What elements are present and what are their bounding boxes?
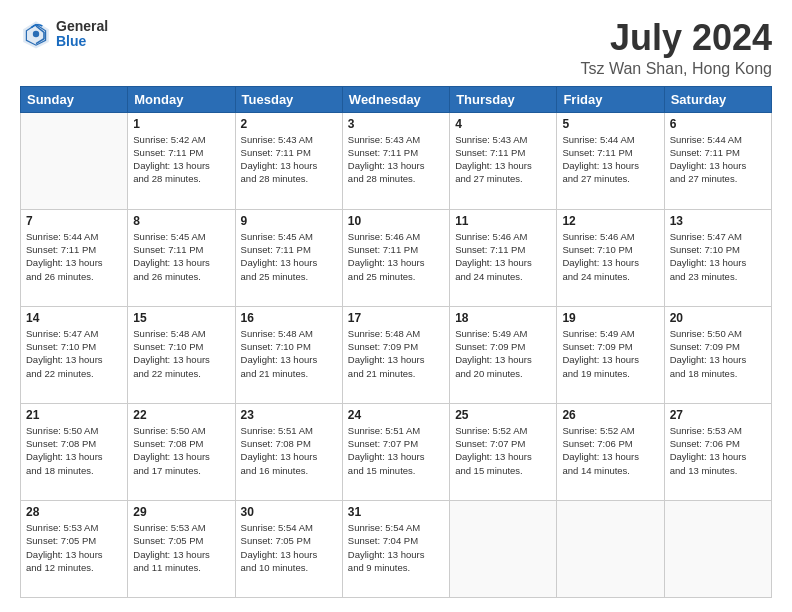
calendar-cell: 25Sunrise: 5:52 AM Sunset: 7:07 PM Dayli… <box>450 403 557 500</box>
calendar-cell: 13Sunrise: 5:47 AM Sunset: 7:10 PM Dayli… <box>664 209 771 306</box>
day-number: 22 <box>133 408 229 422</box>
day-info: Sunrise: 5:48 AM Sunset: 7:09 PM Dayligh… <box>348 327 444 380</box>
calendar-cell: 31Sunrise: 5:54 AM Sunset: 7:04 PM Dayli… <box>342 500 449 597</box>
day-info: Sunrise: 5:53 AM Sunset: 7:06 PM Dayligh… <box>670 424 766 477</box>
calendar-cell <box>557 500 664 597</box>
header-thursday: Thursday <box>450 86 557 112</box>
day-info: Sunrise: 5:52 AM Sunset: 7:07 PM Dayligh… <box>455 424 551 477</box>
day-info: Sunrise: 5:45 AM Sunset: 7:11 PM Dayligh… <box>241 230 337 283</box>
calendar-cell: 10Sunrise: 5:46 AM Sunset: 7:11 PM Dayli… <box>342 209 449 306</box>
day-number: 23 <box>241 408 337 422</box>
calendar-cell: 4Sunrise: 5:43 AM Sunset: 7:11 PM Daylig… <box>450 112 557 209</box>
day-info: Sunrise: 5:49 AM Sunset: 7:09 PM Dayligh… <box>562 327 658 380</box>
header-tuesday: Tuesday <box>235 86 342 112</box>
day-info: Sunrise: 5:47 AM Sunset: 7:10 PM Dayligh… <box>670 230 766 283</box>
day-number: 6 <box>670 117 766 131</box>
week-row-4: 21Sunrise: 5:50 AM Sunset: 7:08 PM Dayli… <box>21 403 772 500</box>
day-number: 8 <box>133 214 229 228</box>
day-info: Sunrise: 5:50 AM Sunset: 7:09 PM Dayligh… <box>670 327 766 380</box>
day-number: 1 <box>133 117 229 131</box>
logo-blue-text: Blue <box>56 34 108 49</box>
day-info: Sunrise: 5:46 AM Sunset: 7:11 PM Dayligh… <box>455 230 551 283</box>
day-info: Sunrise: 5:43 AM Sunset: 7:11 PM Dayligh… <box>348 133 444 186</box>
day-info: Sunrise: 5:45 AM Sunset: 7:11 PM Dayligh… <box>133 230 229 283</box>
day-number: 25 <box>455 408 551 422</box>
day-number: 17 <box>348 311 444 325</box>
day-info: Sunrise: 5:44 AM Sunset: 7:11 PM Dayligh… <box>26 230 122 283</box>
day-info: Sunrise: 5:49 AM Sunset: 7:09 PM Dayligh… <box>455 327 551 380</box>
day-number: 18 <box>455 311 551 325</box>
header-monday: Monday <box>128 86 235 112</box>
week-row-5: 28Sunrise: 5:53 AM Sunset: 7:05 PM Dayli… <box>21 500 772 597</box>
day-number: 7 <box>26 214 122 228</box>
calendar-cell: 3Sunrise: 5:43 AM Sunset: 7:11 PM Daylig… <box>342 112 449 209</box>
calendar-cell: 16Sunrise: 5:48 AM Sunset: 7:10 PM Dayli… <box>235 306 342 403</box>
subtitle: Tsz Wan Shan, Hong Kong <box>580 60 772 78</box>
day-number: 28 <box>26 505 122 519</box>
calendar-cell: 17Sunrise: 5:48 AM Sunset: 7:09 PM Dayli… <box>342 306 449 403</box>
logo-icon <box>20 18 52 50</box>
calendar-cell: 28Sunrise: 5:53 AM Sunset: 7:05 PM Dayli… <box>21 500 128 597</box>
day-info: Sunrise: 5:50 AM Sunset: 7:08 PM Dayligh… <box>26 424 122 477</box>
day-number: 26 <box>562 408 658 422</box>
calendar-cell: 21Sunrise: 5:50 AM Sunset: 7:08 PM Dayli… <box>21 403 128 500</box>
day-info: Sunrise: 5:52 AM Sunset: 7:06 PM Dayligh… <box>562 424 658 477</box>
logo: General Blue <box>20 18 108 50</box>
calendar-table: Sunday Monday Tuesday Wednesday Thursday… <box>20 86 772 598</box>
day-number: 31 <box>348 505 444 519</box>
calendar-cell: 11Sunrise: 5:46 AM Sunset: 7:11 PM Dayli… <box>450 209 557 306</box>
week-row-1: 1Sunrise: 5:42 AM Sunset: 7:11 PM Daylig… <box>21 112 772 209</box>
week-row-3: 14Sunrise: 5:47 AM Sunset: 7:10 PM Dayli… <box>21 306 772 403</box>
day-number: 3 <box>348 117 444 131</box>
calendar-cell: 9Sunrise: 5:45 AM Sunset: 7:11 PM Daylig… <box>235 209 342 306</box>
day-number: 14 <box>26 311 122 325</box>
day-info: Sunrise: 5:46 AM Sunset: 7:11 PM Dayligh… <box>348 230 444 283</box>
calendar-cell: 1Sunrise: 5:42 AM Sunset: 7:11 PM Daylig… <box>128 112 235 209</box>
day-info: Sunrise: 5:50 AM Sunset: 7:08 PM Dayligh… <box>133 424 229 477</box>
header-friday: Friday <box>557 86 664 112</box>
day-number: 2 <box>241 117 337 131</box>
header: General Blue July 2024 Tsz Wan Shan, Hon… <box>20 18 772 78</box>
day-info: Sunrise: 5:51 AM Sunset: 7:08 PM Dayligh… <box>241 424 337 477</box>
calendar-cell: 24Sunrise: 5:51 AM Sunset: 7:07 PM Dayli… <box>342 403 449 500</box>
day-number: 24 <box>348 408 444 422</box>
calendar-cell: 23Sunrise: 5:51 AM Sunset: 7:08 PM Dayli… <box>235 403 342 500</box>
calendar-cell: 12Sunrise: 5:46 AM Sunset: 7:10 PM Dayli… <box>557 209 664 306</box>
day-number: 27 <box>670 408 766 422</box>
day-info: Sunrise: 5:53 AM Sunset: 7:05 PM Dayligh… <box>133 521 229 574</box>
day-number: 29 <box>133 505 229 519</box>
calendar-cell: 5Sunrise: 5:44 AM Sunset: 7:11 PM Daylig… <box>557 112 664 209</box>
day-info: Sunrise: 5:53 AM Sunset: 7:05 PM Dayligh… <box>26 521 122 574</box>
weekday-header-row: Sunday Monday Tuesday Wednesday Thursday… <box>21 86 772 112</box>
day-info: Sunrise: 5:43 AM Sunset: 7:11 PM Dayligh… <box>455 133 551 186</box>
day-info: Sunrise: 5:47 AM Sunset: 7:10 PM Dayligh… <box>26 327 122 380</box>
day-info: Sunrise: 5:54 AM Sunset: 7:04 PM Dayligh… <box>348 521 444 574</box>
day-number: 9 <box>241 214 337 228</box>
day-info: Sunrise: 5:54 AM Sunset: 7:05 PM Dayligh… <box>241 521 337 574</box>
calendar-cell: 20Sunrise: 5:50 AM Sunset: 7:09 PM Dayli… <box>664 306 771 403</box>
day-number: 20 <box>670 311 766 325</box>
calendar-cell: 15Sunrise: 5:48 AM Sunset: 7:10 PM Dayli… <box>128 306 235 403</box>
day-number: 4 <box>455 117 551 131</box>
calendar-cell: 14Sunrise: 5:47 AM Sunset: 7:10 PM Dayli… <box>21 306 128 403</box>
day-info: Sunrise: 5:46 AM Sunset: 7:10 PM Dayligh… <box>562 230 658 283</box>
day-number: 16 <box>241 311 337 325</box>
day-info: Sunrise: 5:48 AM Sunset: 7:10 PM Dayligh… <box>133 327 229 380</box>
calendar-cell: 7Sunrise: 5:44 AM Sunset: 7:11 PM Daylig… <box>21 209 128 306</box>
calendar-cell: 19Sunrise: 5:49 AM Sunset: 7:09 PM Dayli… <box>557 306 664 403</box>
day-number: 21 <box>26 408 122 422</box>
calendar-cell <box>450 500 557 597</box>
day-info: Sunrise: 5:51 AM Sunset: 7:07 PM Dayligh… <box>348 424 444 477</box>
day-number: 13 <box>670 214 766 228</box>
calendar-cell: 18Sunrise: 5:49 AM Sunset: 7:09 PM Dayli… <box>450 306 557 403</box>
calendar-cell: 29Sunrise: 5:53 AM Sunset: 7:05 PM Dayli… <box>128 500 235 597</box>
calendar-cell <box>21 112 128 209</box>
day-number: 11 <box>455 214 551 228</box>
day-info: Sunrise: 5:44 AM Sunset: 7:11 PM Dayligh… <box>670 133 766 186</box>
day-info: Sunrise: 5:43 AM Sunset: 7:11 PM Dayligh… <box>241 133 337 186</box>
day-number: 5 <box>562 117 658 131</box>
svg-point-2 <box>33 31 39 37</box>
day-info: Sunrise: 5:44 AM Sunset: 7:11 PM Dayligh… <box>562 133 658 186</box>
calendar-cell: 27Sunrise: 5:53 AM Sunset: 7:06 PM Dayli… <box>664 403 771 500</box>
day-info: Sunrise: 5:48 AM Sunset: 7:10 PM Dayligh… <box>241 327 337 380</box>
